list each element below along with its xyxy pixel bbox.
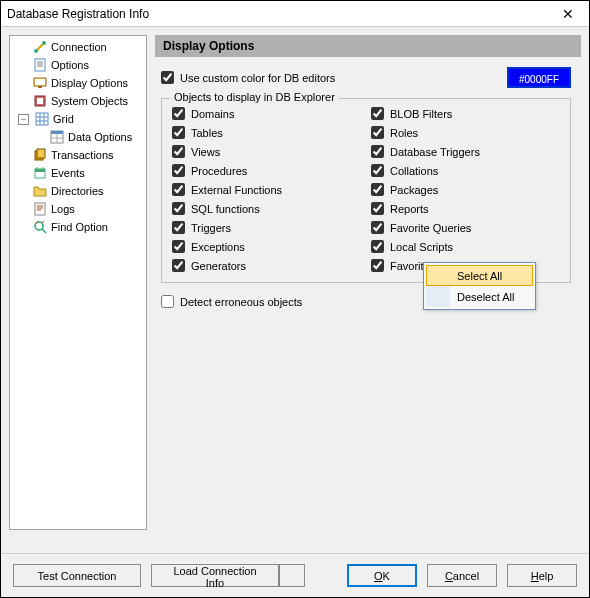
display-icon: [33, 76, 47, 90]
context-menu-deselect-all[interactable]: Deselect All: [426, 286, 533, 307]
logs-icon: [33, 202, 47, 216]
object-checkbox-generators[interactable]: Generators: [172, 259, 361, 272]
object-checkbox-exceptions[interactable]: Exceptions: [172, 240, 361, 253]
tree-toggle-icon[interactable]: −: [18, 114, 29, 125]
load-connection-split-button[interactable]: Load Connection Info: [151, 564, 305, 587]
sidebar-item-label: Options: [51, 59, 89, 71]
checkbox-input[interactable]: [371, 107, 384, 120]
checkbox-label: Procedures: [191, 165, 247, 177]
checkbox-input[interactable]: [172, 240, 185, 253]
titlebar: Database Registration Info ✕: [1, 1, 589, 27]
custom-color-input[interactable]: [161, 71, 174, 84]
object-checkbox-blob-filters[interactable]: BLOB Filters: [371, 107, 560, 120]
cancel-button[interactable]: Cancel: [427, 564, 497, 587]
object-checkbox-collations[interactable]: Collations: [371, 164, 560, 177]
load-connection-dropdown[interactable]: [279, 564, 305, 587]
checkbox-input[interactable]: [371, 164, 384, 177]
checkbox-input[interactable]: [371, 240, 384, 253]
checkbox-input[interactable]: [371, 202, 384, 215]
checkbox-input[interactable]: [371, 126, 384, 139]
detect-erroneous-input[interactable]: [161, 295, 174, 308]
options-icon: [33, 58, 47, 72]
checkbox-input[interactable]: [371, 145, 384, 158]
checkbox-label: Domains: [191, 108, 234, 120]
checkbox-label: Triggers: [191, 222, 231, 234]
checkbox-input[interactable]: [172, 107, 185, 120]
checkbox-input[interactable]: [371, 259, 384, 272]
object-checkbox-favorite-queries[interactable]: Favorite Queries: [371, 221, 560, 234]
sidebar-tree[interactable]: ConnectionOptionsDisplay OptionsSystem O…: [9, 35, 147, 530]
color-swatch[interactable]: #0000FF: [507, 67, 571, 88]
checkbox-input[interactable]: [172, 221, 185, 234]
svg-line-34: [42, 221, 44, 223]
checkbox-label: SQL functions: [191, 203, 260, 215]
sidebar-item-label: Grid: [53, 113, 74, 125]
sidebar-item-label: Display Options: [51, 77, 128, 89]
checkbox-input[interactable]: [172, 145, 185, 158]
svg-rect-27: [35, 203, 45, 215]
data-icon: [50, 130, 64, 144]
checkbox-input[interactable]: [172, 202, 185, 215]
svg-rect-18: [51, 131, 63, 134]
sidebar-item-system-objects[interactable]: System Objects: [12, 92, 144, 110]
object-checkbox-domains[interactable]: Domains: [172, 107, 361, 120]
checkbox-label: Exceptions: [191, 241, 245, 253]
object-checkbox-views[interactable]: Views: [172, 145, 361, 158]
checkbox-label: Favorite Queries: [390, 222, 471, 234]
object-checkbox-procedures[interactable]: Procedures: [172, 164, 361, 177]
sidebar-item-events[interactable]: Events: [12, 164, 144, 182]
sidebar-item-label: Data Options: [68, 131, 132, 143]
sidebar-item-find-option[interactable]: Find Option: [12, 218, 144, 236]
checkbox-label: Generators: [191, 260, 246, 272]
sidebar-item-data-options[interactable]: Data Options: [12, 128, 144, 146]
content-area: ConnectionOptionsDisplay OptionsSystem O…: [1, 27, 589, 538]
object-checkbox-triggers[interactable]: Triggers: [172, 221, 361, 234]
object-checkbox-local-scripts[interactable]: Local Scripts: [371, 240, 560, 253]
main-panel: Display Options Use custom color for DB …: [155, 35, 581, 530]
ok-button[interactable]: OK: [347, 564, 417, 587]
object-checkbox-packages[interactable]: Packages: [371, 183, 560, 196]
sidebar-item-logs[interactable]: Logs: [12, 200, 144, 218]
checkbox-col-1: DomainsTablesViewsProceduresExternal Fun…: [172, 107, 361, 272]
svg-rect-9: [38, 86, 42, 88]
sidebar-item-options[interactable]: Options: [12, 56, 144, 74]
checkbox-input[interactable]: [172, 259, 185, 272]
close-button[interactable]: ✕: [553, 4, 583, 24]
help-button[interactable]: Help: [507, 564, 577, 587]
checkbox-label: Reports: [390, 203, 429, 215]
sidebar-item-label: Transactions: [51, 149, 114, 161]
sidebar-item-display-options[interactable]: Display Options: [12, 74, 144, 92]
custom-color-checkbox[interactable]: Use custom color for DB editors: [161, 71, 335, 84]
checkbox-input[interactable]: [172, 126, 185, 139]
checkbox-input[interactable]: [172, 183, 185, 196]
detect-erroneous-label: Detect erroneous objects: [180, 296, 302, 308]
object-checkbox-sql-functions[interactable]: SQL functions: [172, 202, 361, 215]
checkbox-input[interactable]: [371, 183, 384, 196]
test-connection-button[interactable]: Test Connection: [13, 564, 141, 587]
context-menu-select-all[interactable]: Select All: [426, 265, 533, 286]
sidebar-item-directories[interactable]: Directories: [12, 182, 144, 200]
grid-icon: [35, 112, 49, 126]
checkbox-input[interactable]: [172, 164, 185, 177]
svg-rect-8: [35, 79, 45, 85]
context-menu[interactable]: Select AllDeselect All: [423, 262, 536, 310]
sidebar-item-label: Directories: [51, 185, 104, 197]
object-checkbox-tables[interactable]: Tables: [172, 126, 361, 139]
main-body: Use custom color for DB editors #0000FF …: [155, 57, 581, 318]
object-checkbox-external-functions[interactable]: External Functions: [172, 183, 361, 196]
svg-rect-3: [35, 59, 45, 71]
svg-line-32: [42, 229, 46, 233]
dialog-window: Database Registration Info ✕ ConnectionO…: [0, 0, 590, 598]
sidebar-item-connection[interactable]: Connection: [12, 38, 144, 56]
checkbox-input[interactable]: [371, 221, 384, 234]
object-checkbox-roles[interactable]: Roles: [371, 126, 560, 139]
find-icon: [33, 220, 47, 234]
load-connection-button[interactable]: Load Connection Info: [151, 564, 279, 587]
object-checkbox-database-triggers[interactable]: Database Triggers: [371, 145, 560, 158]
object-checkbox-reports[interactable]: Reports: [371, 202, 560, 215]
sidebar-item-label: Find Option: [51, 221, 108, 233]
sidebar-item-transactions[interactable]: Transactions: [12, 146, 144, 164]
checkbox-label: Views: [191, 146, 220, 158]
sidebar-item-grid[interactable]: −Grid: [12, 110, 144, 128]
svg-point-1: [34, 49, 38, 53]
